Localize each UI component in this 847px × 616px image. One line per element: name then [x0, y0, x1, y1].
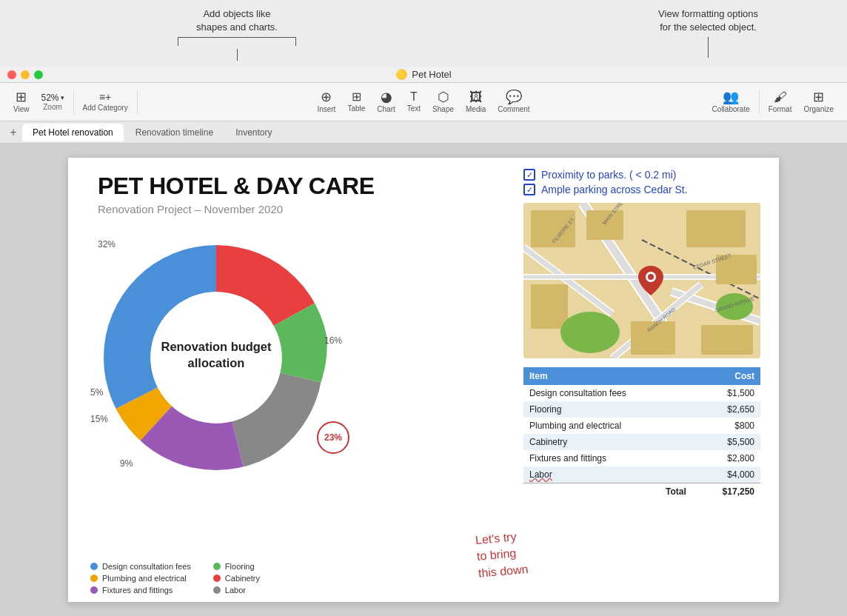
chart-label-9pct: 9% — [120, 458, 133, 469]
page-title-area: PET HOTEL & DAY CARE Renovation Project … — [98, 173, 520, 215]
zoom-value[interactable]: 52% ▾ — [41, 93, 64, 103]
tab-2-label: Inventory — [235, 127, 272, 138]
right-content-area: ✓ Proximity to parks. ( < 0.2 mi) ✓ Ampl… — [523, 169, 768, 500]
right-tooltip: View formatting options for the selected… — [658, 7, 758, 67]
legend-label-2: Plumbing and electrical — [102, 574, 187, 583]
legend-dot-5 — [213, 586, 221, 594]
collaborate-label: Collaborate — [712, 105, 750, 113]
table-row: Cabinetry $5,500 — [523, 434, 760, 450]
right-tooltip-line2: for the selected object. — [660, 21, 757, 33]
legend-dot-1 — [213, 563, 221, 570]
table-cell-cost-3: $5,500 — [692, 434, 760, 450]
check-text-1: Ample parking across Cedar St. — [541, 184, 688, 195]
donut-chart-svg: Renovation budget allocation — [76, 217, 357, 498]
checklist: ✓ Proximity to parks. ( < 0.2 mi) ✓ Ampl… — [523, 169, 768, 195]
budget-table: Item Cost Design consultation fees $1,50… — [523, 367, 760, 500]
insert-label: Insert — [317, 105, 335, 113]
format-label: Format — [769, 105, 792, 113]
table-total-label: Total — [523, 483, 692, 500]
left-tooltip-line1: Add objects like — [203, 8, 270, 19]
zoom-value-text: 52% — [41, 93, 59, 103]
text-icon: T — [410, 91, 418, 103]
checkbox-0[interactable]: ✓ — [523, 169, 535, 181]
tab-1-label: Renovation timeline — [135, 127, 213, 138]
check-item-1: ✓ Ample parking across Cedar St. — [523, 184, 768, 195]
comment-label: Comment — [498, 105, 529, 113]
add-category-icon: ≡+ — [99, 92, 111, 102]
tab-0-label: Pet Hotel renovation — [33, 127, 113, 138]
tab-renovation-timeline[interactable]: Renovation timeline — [125, 124, 224, 141]
maximize-button[interactable] — [34, 70, 43, 79]
table-cell-item-1: Flooring — [523, 401, 692, 418]
table-cell-item-0: Design consultation fees — [523, 385, 692, 401]
chart-legend: Design consultation fees Flooring Plumbi… — [90, 562, 314, 595]
map-svg: FILMORE ST. MAIN STREET CEDAR STREET RAN… — [523, 203, 760, 358]
legend-item-3: Cabinetry — [213, 574, 314, 583]
close-button[interactable] — [7, 70, 16, 79]
comment-button[interactable]: 💬 Comment — [492, 87, 535, 116]
legend-label-1: Flooring — [225, 562, 255, 571]
legend-item-2: Plumbing and electrical — [90, 574, 191, 583]
view-button[interactable]: ⊞ View — [7, 87, 36, 116]
add-tab-button[interactable]: + — [6, 125, 21, 140]
page-subtitle: Renovation Project – November 2020 — [98, 203, 520, 215]
tab-inventory[interactable]: Inventory — [225, 124, 282, 141]
shape-icon: ⬡ — [438, 90, 449, 104]
right-tooltip-line1: View formatting options — [658, 8, 758, 19]
table-cell-cost-1: $2,650 — [692, 401, 760, 418]
table-total-row: Total $17,250 — [523, 483, 760, 500]
add-category-button[interactable]: ≡+ Add Category — [77, 89, 134, 115]
titlebar: 🟡 Pet Hotel — [0, 67, 847, 83]
check-item-0: ✓ Proximity to parks. ( < 0.2 mi) — [523, 169, 768, 181]
organize-button[interactable]: ⊞ Organize — [797, 87, 840, 116]
chart-button[interactable]: ◕ Chart — [371, 87, 401, 116]
table-icon: ⊞ — [352, 91, 361, 103]
handwriting-annotation: Let's try to bring this down — [475, 528, 529, 582]
media-icon: 🖼 — [469, 90, 483, 104]
chart-label-32pct: 32% — [98, 239, 116, 250]
table-total-value: $17,250 — [692, 483, 760, 500]
zoom-label-text: Zoom — [43, 103, 62, 111]
donut-chart-area[interactable]: 32% 5% 15% 9% 16% 23% — [76, 217, 357, 498]
insert-button[interactable]: ⊕ Insert — [311, 87, 341, 116]
svg-point-33 — [648, 274, 654, 280]
left-tooltip-line2: shapes and charts. — [196, 21, 278, 33]
separator3 — [759, 90, 760, 114]
format-button[interactable]: 🖌 Format — [763, 87, 798, 116]
table-row: Flooring $2,650 — [523, 401, 760, 418]
map-container[interactable]: FILMORE ST. MAIN STREET CEDAR STREET RAN… — [523, 203, 760, 358]
svg-rect-22 — [701, 325, 753, 355]
checkmark-0: ✓ — [526, 170, 533, 180]
window-controls — [7, 70, 43, 79]
organize-icon: ⊞ — [813, 90, 824, 104]
legend-dot-0 — [90, 563, 98, 570]
checkbox-1[interactable]: ✓ — [523, 184, 535, 195]
separator — [73, 90, 74, 114]
legend-item-0: Design consultation fees — [90, 562, 191, 571]
svg-text:Renovation budget: Renovation budget — [161, 340, 272, 353]
table-cell-cost-4: $2,800 — [692, 450, 760, 466]
media-button[interactable]: 🖼 Media — [460, 87, 492, 116]
add-category-label: Add Category — [83, 104, 128, 112]
page-main-title: PET HOTEL & DAY CARE — [98, 173, 520, 200]
shape-button[interactable]: ⬡ Shape — [426, 87, 460, 116]
zoom-control[interactable]: 52% ▾ Zoom — [36, 90, 70, 114]
organize-label: Organize — [803, 105, 834, 113]
text-button[interactable]: T Text — [401, 88, 426, 116]
separator2 — [137, 90, 138, 114]
legend-label-5: Labor — [225, 586, 246, 595]
tabs-bar: + Pet Hotel renovation Renovation timeli… — [0, 121, 847, 144]
table-header-item: Item — [523, 367, 692, 385]
table-cell-item-3: Cabinetry — [523, 434, 692, 450]
table-button[interactable]: ⊞ Table — [341, 88, 371, 116]
tab-pet-hotel-renovation[interactable]: Pet Hotel renovation — [22, 124, 124, 141]
minimize-button[interactable] — [21, 70, 30, 79]
chart-label-23pct: 23% — [317, 421, 349, 454]
legend-item-4: Fixtures and fittings — [90, 586, 191, 595]
table-label: Table — [347, 104, 365, 113]
collaborate-button[interactable]: 👥 Collaborate — [706, 87, 756, 116]
tooltip-area: Add objects like shapes and charts. View… — [0, 0, 847, 67]
svg-text:allocation: allocation — [188, 356, 245, 369]
legend-label-3: Cabinetry — [225, 574, 260, 583]
legend-label-4: Fixtures and fittings — [102, 586, 173, 595]
